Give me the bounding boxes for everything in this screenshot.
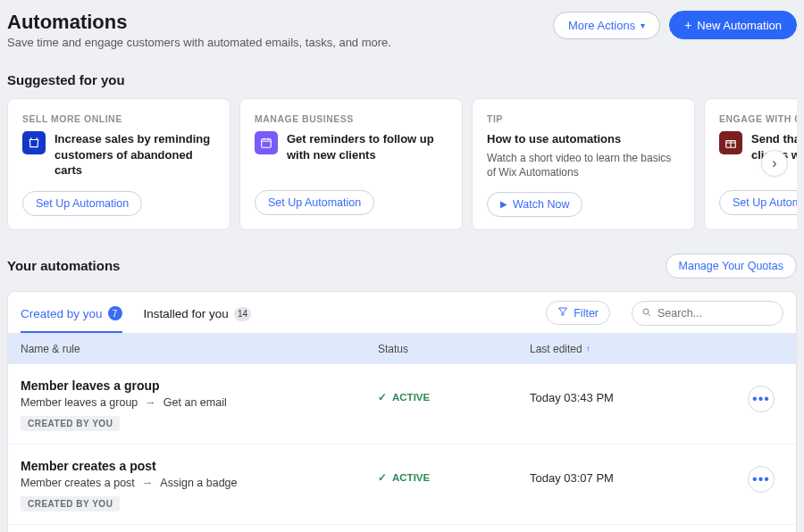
tab-count-badge: 14 — [234, 307, 251, 321]
check-icon: ✓ — [378, 471, 387, 484]
search-icon — [641, 305, 652, 321]
svg-point-2 — [643, 309, 649, 314]
gift-icon — [719, 131, 742, 154]
row-action: Get an email — [163, 396, 227, 409]
table-row[interactable]: Member leaves a group Member leaves a gr… — [8, 364, 796, 445]
page-subtitle: Save time and engage customers with auto… — [7, 36, 391, 49]
bag-icon — [22, 131, 46, 154]
search-input[interactable] — [657, 307, 774, 320]
col-name[interactable]: Name & rule — [21, 343, 378, 355]
card-text: Increase sales by reminding customers of… — [54, 131, 215, 179]
suggested-cards: SELL MORE ONLINE Increase sales by remin… — [7, 98, 797, 230]
search-field[interactable] — [632, 301, 783, 326]
card-desc: Watch a short video to learn the basics … — [487, 151, 680, 179]
suggestion-card: MANAGE BUSINESS Get reminders to follow … — [239, 98, 463, 230]
row-action: Assign a badge — [160, 477, 237, 489]
col-status[interactable]: Status — [378, 343, 530, 355]
row-tag: CREATED BY YOU — [21, 496, 120, 511]
row-tag: CREATED BY YOU — [21, 416, 120, 431]
watch-label: Watch Now — [513, 198, 569, 211]
card-eyebrow: MANAGE BUSINESS — [255, 113, 448, 124]
your-automations-title: Your automations — [7, 258, 120, 273]
row-title: Member creates a post — [21, 459, 378, 473]
row-rule: Member leaves a group → Get an email — [21, 396, 378, 409]
table-row[interactable]: Member creates a post Member creates a p… — [8, 445, 796, 525]
svg-rect-0 — [262, 139, 272, 147]
table-row[interactable]: Member comments on a post Member comment… — [8, 525, 796, 532]
calendar-icon — [255, 131, 278, 154]
sort-asc-icon: ↑ — [586, 344, 590, 353]
filter-label: Filter — [574, 307, 599, 320]
row-menu-button[interactable]: ••• — [748, 466, 775, 493]
plus-icon: + — [684, 18, 691, 32]
row-trigger: Member leaves a group — [21, 396, 138, 409]
filter-button[interactable]: Filter — [546, 301, 610, 325]
card-title: How to use automations — [487, 131, 680, 147]
table-header: Name & rule Status Last edited ↑ — [8, 334, 796, 364]
dots-icon: ••• — [752, 391, 770, 407]
set-up-automation-button[interactable]: Set Up Automation — [22, 191, 142, 216]
arrow-right-icon: → — [145, 396, 156, 409]
status-label: ACTIVE — [392, 392, 430, 403]
row-rule: Member creates a post → Assign a badge — [21, 477, 378, 489]
new-automation-button[interactable]: + New Automation — [669, 11, 797, 39]
set-up-automation-button[interactable]: Set Up Automation — [719, 190, 797, 215]
suggested-title: Suggested for you — [7, 72, 797, 87]
col-last-edited[interactable]: Last edited ↑ — [530, 343, 748, 355]
set-up-automation-button[interactable]: Set Up Automation — [255, 190, 374, 215]
row-menu-button[interactable]: ••• — [748, 386, 775, 412]
card-eyebrow: ENGAGE WITH CLIENTS — [719, 113, 797, 124]
play-icon: ▶ — [500, 199, 507, 209]
funnel-icon — [557, 306, 568, 320]
row-trigger: Member creates a post — [21, 477, 135, 489]
chevron-right-icon: › — [772, 155, 776, 171]
manage-quotas-button[interactable]: Manage Your Quotas — [666, 254, 797, 278]
more-actions-label: More Actions — [568, 19, 635, 32]
tab-label: Installed for you — [144, 307, 229, 320]
tab-created-by-you[interactable]: Created by you 7 — [21, 301, 122, 333]
dots-icon: ••• — [752, 471, 770, 487]
scroll-right-button[interactable]: › — [761, 150, 788, 177]
page-title: Automations — [7, 11, 391, 34]
col-edited-label: Last edited — [530, 343, 582, 355]
watch-now-button[interactable]: ▶ Watch Now — [487, 192, 582, 217]
arrow-right-icon: → — [142, 477, 154, 489]
chevron-down-icon: ▾ — [641, 21, 645, 30]
tab-installed-for-you[interactable]: Installed for you 14 — [144, 302, 251, 332]
tab-label: Created by you — [21, 307, 103, 320]
check-icon: ✓ — [378, 391, 387, 403]
card-text: Get reminders to follow up with new clie… — [287, 131, 448, 162]
row-title: Member leaves a group — [21, 378, 378, 393]
more-actions-button[interactable]: More Actions ▾ — [553, 12, 660, 39]
suggestion-card: SELL MORE ONLINE Increase sales by remin… — [7, 98, 230, 230]
suggestion-card: TIP How to use automations Watch a short… — [472, 98, 695, 230]
card-eyebrow: TIP — [487, 113, 680, 124]
card-eyebrow: SELL MORE ONLINE — [22, 113, 215, 124]
tab-count-badge: 7 — [108, 306, 122, 320]
row-edited: Today 03:43 PM — [530, 378, 748, 404]
automations-panel: Created by you 7 Installed for you 14 Fi… — [7, 291, 797, 532]
new-automation-label: New Automation — [697, 19, 782, 32]
row-edited: Today 03:07 PM — [530, 459, 748, 485]
status-label: ACTIVE — [392, 472, 430, 483]
